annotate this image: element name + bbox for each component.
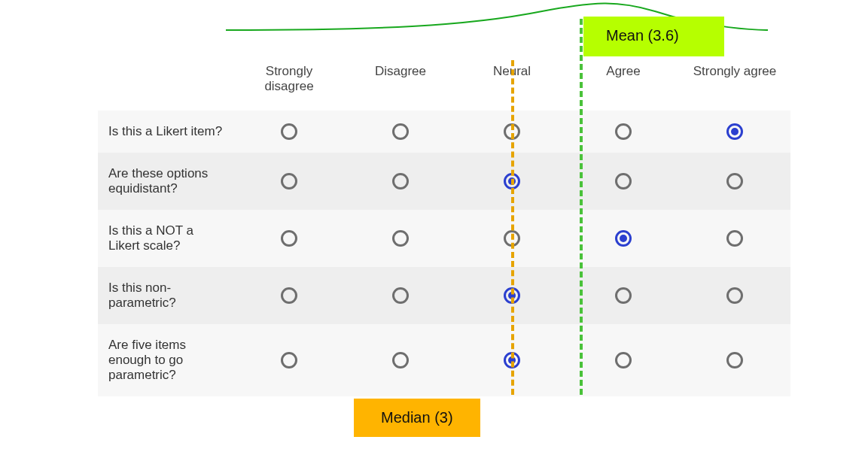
- column-header: Strongly agree: [679, 56, 790, 111]
- radio-option[interactable]: [726, 230, 743, 247]
- choice-cell: [679, 210, 790, 267]
- choice-cell: [345, 210, 456, 267]
- question-cell: Are five items enough to go parametric?: [98, 324, 233, 396]
- distribution-curve: [0, 0, 868, 45]
- choice-cell: [345, 324, 456, 396]
- radio-option[interactable]: [726, 352, 743, 368]
- column-header-label: Strongly agree: [685, 64, 784, 79]
- radio-option[interactable]: [392, 287, 409, 304]
- choice-cell: [233, 111, 345, 153]
- radio-option[interactable]: [615, 287, 632, 304]
- radio-option[interactable]: [392, 123, 409, 140]
- radio-option[interactable]: [281, 230, 297, 247]
- choice-cell: [679, 324, 790, 396]
- radio-option[interactable]: [726, 123, 743, 140]
- radio-option[interactable]: [281, 287, 297, 304]
- choice-cell: [568, 267, 679, 324]
- choice-cell: [345, 111, 456, 153]
- radio-option[interactable]: [392, 230, 409, 247]
- choice-cell: [233, 153, 345, 210]
- choice-cell: [233, 324, 345, 396]
- choice-cell: [233, 267, 345, 324]
- mean-line: [580, 19, 583, 395]
- median-badge: Median (3): [354, 399, 480, 437]
- question-cell: Is this non-parametric?: [98, 267, 233, 324]
- question-text: Is this a NOT a Likert scale?: [108, 223, 193, 253]
- radio-option[interactable]: [615, 352, 632, 368]
- column-header-label: Agree: [574, 64, 673, 79]
- question-cell: Is this a NOT a Likert scale?: [98, 210, 233, 267]
- header-empty: [98, 56, 233, 111]
- question-text: Are these options equidistant?: [108, 166, 208, 196]
- column-header: Strongly disagree: [233, 56, 345, 111]
- radio-option[interactable]: [615, 173, 632, 190]
- choice-cell: [679, 267, 790, 324]
- choice-cell: [345, 153, 456, 210]
- choice-cell: [679, 153, 790, 210]
- choice-cell: [233, 210, 345, 267]
- radio-option[interactable]: [281, 123, 297, 140]
- radio-option[interactable]: [281, 352, 297, 368]
- mean-label: Mean (3.6): [606, 27, 679, 44]
- question-cell: Is this a Likert item?: [98, 111, 233, 153]
- column-header: Disagree: [345, 56, 456, 111]
- median-line: [511, 60, 514, 395]
- choice-cell: [568, 153, 679, 210]
- median-label: Median (3): [381, 409, 453, 426]
- likert-grid: Strongly disagreeDisagreeNeuralAgreeStro…: [98, 56, 790, 396]
- question-text: Is this non-parametric?: [108, 281, 176, 310]
- choice-cell: [345, 267, 456, 324]
- choice-cell: [679, 111, 790, 153]
- question-text: Is this a Likert item?: [108, 124, 222, 138]
- likert-diagram: Mean (3.6) Strongly disagreeDisagreeNeur…: [0, 0, 868, 461]
- column-header-label: Disagree: [351, 64, 450, 79]
- radio-option[interactable]: [281, 173, 297, 190]
- radio-option[interactable]: [615, 123, 632, 140]
- column-header-label: Strongly disagree: [239, 64, 339, 94]
- radio-option[interactable]: [726, 173, 743, 190]
- mean-badge: Mean (3.6): [583, 17, 724, 56]
- choice-cell: [568, 210, 679, 267]
- radio-option[interactable]: [392, 173, 409, 190]
- choice-cell: [568, 324, 679, 396]
- column-header: Agree: [568, 56, 679, 111]
- radio-option[interactable]: [392, 352, 409, 368]
- question-text: Are five items enough to go parametric?: [108, 338, 186, 382]
- question-cell: Are these options equidistant?: [98, 153, 233, 210]
- choice-cell: [568, 111, 679, 153]
- radio-option[interactable]: [615, 230, 632, 247]
- radio-option[interactable]: [726, 287, 743, 304]
